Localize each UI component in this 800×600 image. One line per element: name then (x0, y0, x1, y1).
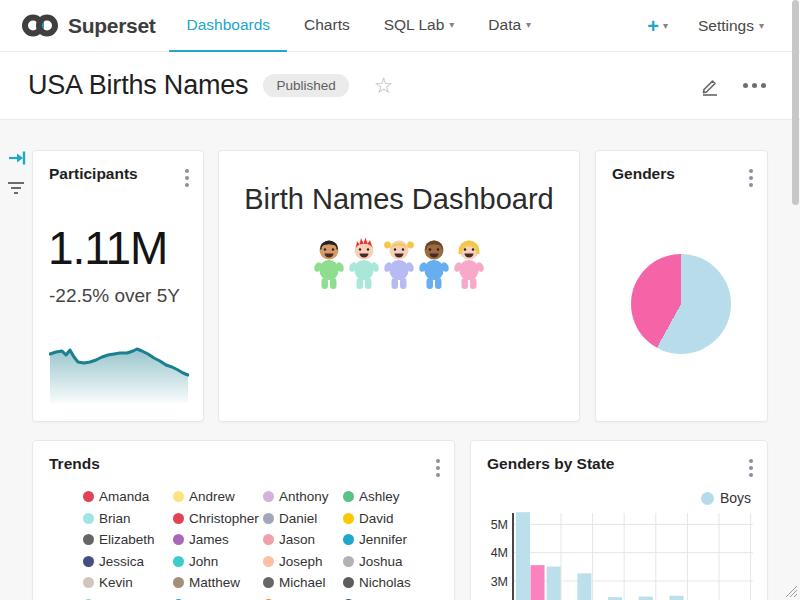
legend-item-daniel[interactable]: Daniel (263, 511, 343, 526)
legend-item-andrew[interactable]: Andrew (173, 489, 263, 504)
chevron-down-icon: ▾ (526, 20, 531, 30)
genders-pie-chart (631, 254, 731, 354)
top-navbar: Superset Dashboards Charts SQL Lab ▾ Dat… (0, 0, 800, 52)
nav-tab-dashboards[interactable]: Dashboards (169, 0, 287, 52)
legend-dot (173, 534, 184, 545)
legend-item-michael[interactable]: Michael (263, 575, 343, 590)
legend-item-jessica[interactable]: Jessica (83, 554, 173, 569)
scrollbar[interactable] (792, 0, 799, 205)
legend-dot (83, 513, 94, 524)
legend-item-ryan[interactable]: Ryan (173, 597, 263, 600)
chevron-down-icon: ▾ (759, 21, 764, 31)
nav-tab-sql-lab[interactable]: SQL Lab ▾ (367, 0, 472, 52)
baby-emoji-row (219, 237, 579, 291)
plus-icon: + (647, 16, 659, 36)
more-actions-icon[interactable] (743, 83, 766, 88)
nav-tab-data[interactable]: Data ▾ (471, 0, 548, 52)
resize-handle[interactable] (784, 584, 798, 598)
settings-menu[interactable]: Settings ▾ (698, 17, 764, 35)
legend-dot (83, 577, 94, 588)
legend-item-nicholas[interactable]: Nicholas (343, 575, 423, 590)
legend-dot (343, 577, 354, 588)
dashboard-grid: Participants 1.11M -22.5% over 5Y Birth … (0, 120, 800, 600)
svg-text:4M: 4M (491, 546, 508, 560)
page-title: USA Births Names (28, 70, 248, 101)
chevron-down-icon: ▾ (449, 20, 454, 30)
svg-text:3M: 3M (491, 575, 508, 589)
legend-dot (263, 513, 274, 524)
legend-dot (343, 556, 354, 567)
legend-item-john[interactable]: John (173, 554, 263, 569)
legend-dot (173, 513, 184, 524)
chart-title: Genders by State (487, 455, 615, 473)
legend-item-kevin[interactable]: Kevin (83, 575, 173, 590)
published-badge[interactable]: Published (263, 74, 348, 97)
legend-item-ashley[interactable]: Ashley (343, 489, 423, 504)
chart-menu-icon[interactable] (747, 167, 755, 189)
legend-item-robert[interactable]: Robert (83, 597, 173, 600)
baby-icon-2 (347, 237, 381, 291)
legend-dot (263, 577, 274, 588)
dashboard-header: USA Births Names Published ☆ (0, 52, 800, 120)
chart-menu-icon[interactable] (434, 457, 442, 479)
new-item-button[interactable]: + ▾ (647, 16, 668, 36)
legend-dot (263, 556, 274, 567)
legend-item-joseph[interactable]: Joseph (263, 554, 343, 569)
nav-menu: Dashboards Charts SQL Lab ▾ Data ▾ (169, 0, 548, 52)
legend-item-boys[interactable]: Boys (701, 490, 751, 506)
legend-item-brian[interactable]: Brian (83, 511, 173, 526)
legend-dot (173, 556, 184, 567)
nav-tab-charts[interactable]: Charts (287, 0, 367, 52)
legend-dot (343, 513, 354, 524)
legend-item-elizabeth[interactable]: Elizabeth (83, 532, 173, 547)
brand-name: Superset (68, 14, 155, 38)
legend-item-amanda[interactable]: Amanda (83, 489, 173, 504)
participants-sparkline-chart (49, 331, 189, 403)
chart-title: Participants (49, 165, 138, 183)
big-number-value: 1.11M (48, 221, 167, 275)
legend-item-david[interactable]: David (343, 511, 423, 526)
legend-dot (83, 491, 94, 502)
trends-chart-card: Trends AmandaAndrewAnthonyAshleyBrianChr… (32, 440, 455, 600)
legend-dot (343, 534, 354, 545)
legend-item-christopher[interactable]: Christopher (173, 511, 263, 526)
chart-title: Genders (612, 165, 675, 183)
big-number-delta: -22.5% over 5Y (49, 285, 180, 307)
chevron-down-icon: ▾ (663, 21, 668, 31)
baby-icon-4 (417, 237, 451, 291)
filter-list-icon[interactable] (6, 178, 26, 198)
legend-dot (263, 534, 274, 545)
legend-item-joshua[interactable]: Joshua (343, 554, 423, 569)
legend-dot (173, 491, 184, 502)
superset-infinity-icon (20, 12, 60, 39)
favorite-star-icon[interactable]: ☆ (374, 75, 394, 97)
legend-item-james[interactable]: James (173, 532, 263, 547)
legend-dot (83, 556, 94, 567)
chart-menu-icon[interactable] (747, 457, 755, 479)
legend-dot (83, 534, 94, 545)
legend-item-thomas[interactable]: Thomas (343, 597, 423, 600)
expand-filter-bar-icon[interactable] (7, 148, 27, 168)
legend-dot (343, 491, 354, 502)
svg-text:5M: 5M (491, 518, 508, 532)
chart-menu-icon[interactable] (183, 167, 191, 189)
markdown-heading: Birth Names Dashboard (219, 183, 579, 216)
genders-by-state-chart-card: Genders by State Boys 5M4M3M2M1M (470, 440, 768, 600)
legend-dot (701, 492, 714, 505)
legend-item-jennifer[interactable]: Jennifer (343, 532, 423, 547)
markdown-header-card: Birth Names Dashboard (218, 150, 580, 422)
baby-icon-5 (452, 237, 486, 291)
baby-icon-3 (382, 237, 416, 291)
legend-dot (173, 577, 184, 588)
superset-logo[interactable]: Superset (20, 12, 155, 39)
trends-legend: AmandaAndrewAnthonyAshleyBrianChristophe… (83, 489, 423, 600)
legend-item-sarah[interactable]: Sarah (263, 597, 343, 600)
edit-pencil-icon[interactable] (699, 75, 721, 97)
chart-title: Trends (49, 455, 100, 473)
legend-item-matthew[interactable]: Matthew (173, 575, 263, 590)
genders-chart-card: Genders (595, 150, 768, 422)
legend-item-anthony[interactable]: Anthony (263, 489, 343, 504)
baby-icon-1 (312, 237, 346, 291)
legend-item-jason[interactable]: Jason (263, 532, 343, 547)
legend-dot (263, 491, 274, 502)
